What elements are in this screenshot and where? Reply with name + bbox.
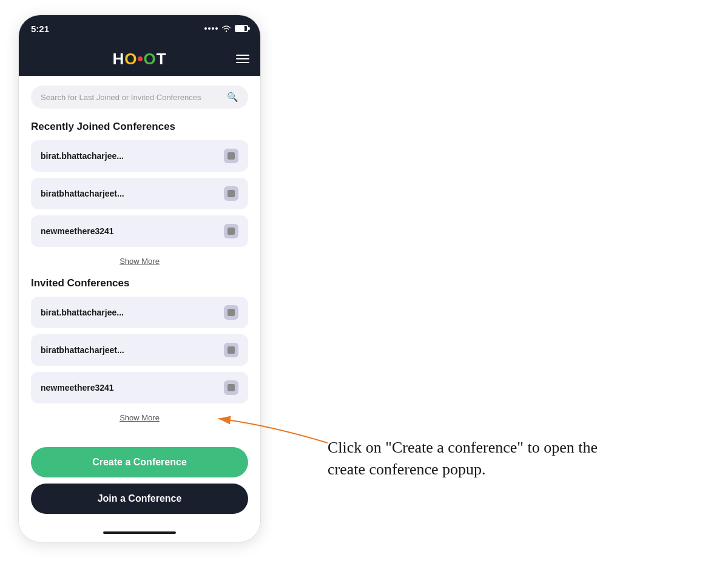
search-icon: 🔍 <box>227 92 238 103</box>
menu-button[interactable] <box>236 55 249 63</box>
conf-arrow-icon-1 <box>224 149 238 163</box>
search-bar[interactable]: Search for Last Joined or Invited Confer… <box>31 86 248 109</box>
app-logo: HOOT <box>112 50 166 69</box>
status-bar: 5:21 <box>19 15 260 42</box>
invited-conf-item-2[interactable]: biratbhattacharjeet... <box>31 334 248 366</box>
annotation-text: Click on "Create a conference" to open t… <box>328 437 631 481</box>
invited-conf-icon-2 <box>224 343 238 357</box>
recent-conf-item-1[interactable]: birat.bhattacharjee... <box>31 140 248 172</box>
recent-conf-name-2: biratbhattacharjeet... <box>41 189 124 198</box>
battery-icon <box>235 25 248 32</box>
hamburger-icon <box>236 62 249 63</box>
hamburger-icon <box>236 58 249 59</box>
app-header: HOOT <box>19 42 260 76</box>
recent-conf-name-3: newmeethere3241 <box>41 226 114 236</box>
status-time: 5:21 <box>31 24 49 34</box>
signal-icon <box>204 27 218 30</box>
conf-arrow-icon-2 <box>224 186 238 201</box>
invited-conf-title: Invited Conferences <box>31 277 248 289</box>
recent-conf-item-2[interactable]: biratbhattacharjeet... <box>31 178 248 209</box>
invited-conf-item-1[interactable]: birat.bhattacharjee... <box>31 297 248 328</box>
status-icons <box>204 25 248 32</box>
invited-show-more-link[interactable]: Show More <box>120 413 160 422</box>
invited-conf-icon-1 <box>224 305 238 320</box>
annotation-label: Click on "Create a conference" to open t… <box>328 439 598 478</box>
invited-conf-name-3: newmeethere3241 <box>41 383 114 393</box>
annotation-area: Click on "Create a conference" to open t… <box>206 388 704 563</box>
conf-arrow-icon-3 <box>224 224 238 238</box>
wifi-icon <box>221 25 231 32</box>
search-placeholder: Search for Last Joined or Invited Confer… <box>41 93 227 102</box>
home-bar <box>103 531 176 534</box>
recently-joined-title: Recently Joined Conferences <box>31 121 248 133</box>
recent-conf-name-1: birat.bhattacharjee... <box>41 151 124 161</box>
recent-show-more-link[interactable]: Show More <box>120 257 160 266</box>
invited-conf-name-2: biratbhattacharjeet... <box>41 345 124 355</box>
hamburger-icon <box>236 55 249 56</box>
recent-show-more[interactable]: Show More <box>31 255 248 266</box>
invited-conf-name-1: birat.bhattacharjee... <box>41 308 124 317</box>
recent-conf-item-3[interactable]: newmeethere3241 <box>31 215 248 247</box>
